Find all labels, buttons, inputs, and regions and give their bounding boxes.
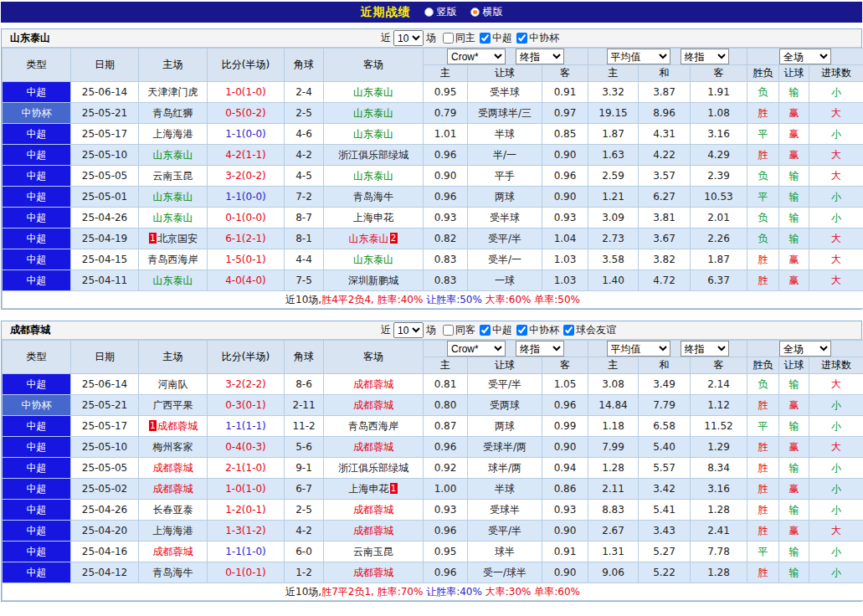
date-cell: 25-05-10 [71,145,139,166]
recent-count-select[interactable]: 10 [393,322,424,338]
result-cell: 胜 [747,145,779,166]
sub-header-2: 客 [542,65,588,82]
date-cell: 25-05-05 [71,166,139,187]
away-odds-cell: 0.90 [542,562,588,583]
checkbox-input[interactable] [516,325,527,336]
handicap-cell: 受平/半 [468,228,542,249]
competition-cell: 中超 [3,270,71,291]
avg-stage-select[interactable]: 终指 [681,49,729,64]
sub-header-7: 让球 [779,357,809,374]
recent-label: 近 [381,323,391,337]
layout-radio-horizontal[interactable]: 横版 [470,5,503,19]
sections-container: 山东泰山近10场同主中超中协杯类型日期主场比分(半场)角球客场Crow*终指平均… [0,28,863,602]
checkbox-input[interactable] [480,325,491,336]
filter-checkbox[interactable]: 球会友谊 [563,323,616,337]
filter-checkbox[interactable]: 中超 [480,31,512,45]
handicap-cell: 受一/球半 [468,562,542,583]
home-team-cell-text: 长春亚泰 [153,504,193,516]
away-team-cell-text: 山东泰山 [353,86,393,98]
sub-header-7: 让球 [779,65,809,82]
score-cell: 1-0(1-0) [208,82,285,103]
table-row: 中超25-05-05云南玉昆3-2(0-2)4-5山东泰山0.90平手0.962… [3,166,863,187]
corner-cell: 5-6 [285,437,324,458]
away-team-cell-text: 山东泰山 [353,254,393,265]
checkbox-input[interactable] [563,325,574,336]
scope-select[interactable]: 全场 [779,341,831,357]
goals-result-cell: 小 [809,542,863,562]
home-odds-cell: 0.96 [424,437,468,458]
filter-checkbox[interactable]: 中协杯 [516,31,559,45]
checkbox-input[interactable] [443,33,454,44]
home-team-cell-text: 青岛红狮 [153,107,193,119]
sub-header-8: 进球数 [809,65,863,82]
away-odds-cell: 0.99 [542,416,588,437]
away-team-cell: 成都蓉城 [324,374,424,395]
handicap-result-cell: 输 [779,562,809,583]
checkbox-input[interactable] [516,33,527,44]
date-cell: 25-05-17 [71,416,139,437]
home-team-cell: 成都蓉城 [139,479,208,500]
away-team-cell-text: 成都蓉城 [353,399,393,411]
sub-header-4: 和 [639,65,691,82]
away-team-cell: 青岛海牛 [324,187,424,208]
score-cell: 1-2(0-1) [208,500,285,521]
filter-checkbox[interactable]: 中超 [480,323,512,337]
col-header-home: 主场 [139,341,208,374]
scope-select[interactable]: 全场 [779,49,831,64]
avg-draw-cell: 6.27 [639,187,691,208]
competition-cell: 中超 [3,479,71,500]
bookmaker-select[interactable]: Crow* [447,49,506,64]
filter-checkbox[interactable]: 同主 [443,31,475,45]
summary-row: 近10场,胜7平2负1, 胜率:70% 让胜率:40% 大率:30% 单率:60… [3,583,863,601]
filter-checkbox[interactable]: 同客 [443,323,475,337]
corner-cell: 8-1 [285,228,324,249]
checkbox-input[interactable] [443,325,454,336]
date-cell: 25-04-26 [71,500,139,521]
away-odds-cell: 0.86 [542,479,588,500]
filter-checkbox[interactable]: 中协杯 [516,323,559,337]
recent-count-select[interactable]: 10 [393,30,424,46]
average-select[interactable]: 平均值 [607,49,670,64]
odds-stage-select[interactable]: 终指 [516,341,564,357]
table-row: 中超25-06-14河南队3-2(2-2)8-6成都蓉城0.81受平/半1.05… [3,374,863,395]
goals-result-cell: 小 [809,479,863,500]
results-table: 类型日期主场比分(半场)角球客场Crow*终指平均值终指全场主让球客主和客胜负让… [2,48,863,309]
fulltime-header-group: 全场 [747,49,863,65]
bookmaker-select[interactable]: Crow* [447,341,506,357]
home-odds-cell: 0.83 [424,249,468,270]
home-team-cell: 广西平果 [139,395,208,416]
avg-home-cell: 3.08 [588,374,639,395]
result-cell: 负 [747,228,779,249]
avg-draw-cell: 3.82 [639,249,691,270]
avg-home-cell: 9.06 [588,562,639,583]
competition-cell: 中超 [3,187,71,208]
handicap-cell: 受球半/两 [468,437,542,458]
home-team-cell-text: 成都蓉城 [153,462,193,474]
avg-away-cell: 2.26 [691,228,747,249]
table-row: 中超25-05-05成都蓉城2-1(1-0)9-1浙江俱乐部绿城0.92球半/两… [3,458,863,479]
competition-cell: 中超 [3,562,71,583]
goals-result-cell: 大 [809,166,863,187]
average-select[interactable]: 平均值 [607,341,670,357]
avg-home-cell: 19.15 [588,103,639,124]
date-cell: 25-04-11 [71,270,139,291]
odds-header-group-wrap: Crow*终指 [424,341,588,357]
checkbox-input[interactable] [480,33,491,44]
handicap-result-cell: 赢 [779,145,809,166]
goals-result-cell: 小 [809,208,863,228]
avg-draw-cell: 5.41 [639,500,691,521]
result-cell: 负 [747,82,779,103]
avg-stage-select[interactable]: 终指 [681,341,729,357]
table-row: 中超25-04-20上海海港1-3(1-2)4-2成都蓉城0.96受平/半0.9… [3,521,863,542]
away-odds-cell: 1.03 [542,270,588,291]
away-team-cell: 成都蓉城 [324,500,424,521]
corner-cell: 4-5 [285,166,324,187]
competition-cell: 中超 [3,374,71,395]
handicap-result-cell: 输 [779,228,809,249]
date-cell: 25-04-20 [71,521,139,542]
odds-stage-select[interactable]: 终指 [516,49,564,64]
handicap-result-cell: 赢 [779,270,809,291]
avg-home-cell: 1.28 [588,458,639,479]
goals-result-cell: 小 [809,562,863,583]
layout-radio-vertical[interactable]: 竖版 [424,5,457,19]
